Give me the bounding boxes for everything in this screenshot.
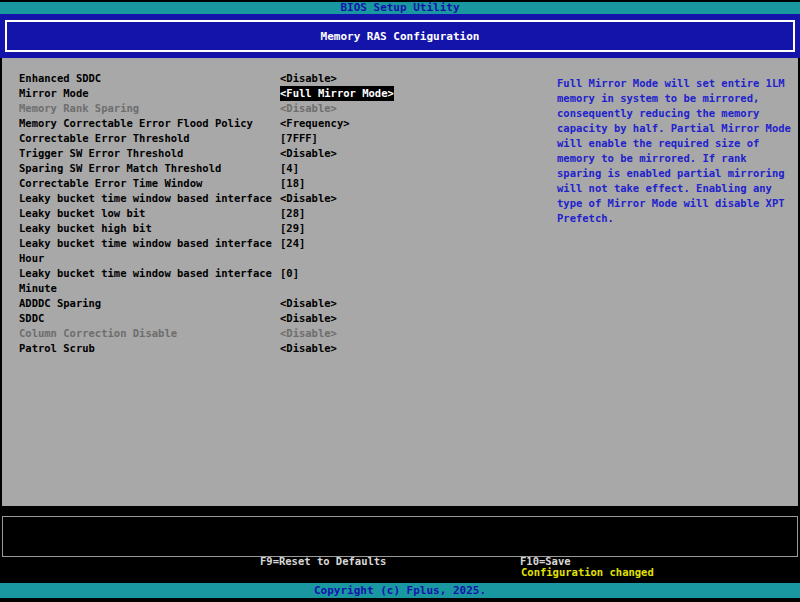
setting-label: Enhanced SDDC (19, 71, 280, 86)
setting-value: <Disable> (280, 71, 337, 86)
header-band: Memory RAS Configuration (0, 14, 800, 58)
setting-value: [29] (280, 221, 305, 236)
setting-value: [28] (280, 206, 305, 221)
setting-label: Correctable Error Threshold (19, 131, 280, 146)
help-line: type of Mirror Mode will disable XPT (557, 196, 800, 211)
help-line: memory in system to be mirrored, (557, 91, 800, 106)
setting-label: Memory Correctable Error Flood Policy (19, 116, 280, 131)
help-line: consequently reducing the memory (557, 106, 800, 121)
setting-label: Leaky bucket high bit (19, 221, 280, 236)
setting-row-mem-ce-flood-policy[interactable]: Memory Correctable Error Flood Policy <F… (19, 116, 394, 131)
help-line: will enable the required size of (557, 136, 800, 151)
setting-value: <Disable> (280, 101, 337, 116)
setting-label: Sparing SW Error Match Threshold (19, 161, 280, 176)
help-line: capacity by half. Partial Mirror Mode (557, 121, 800, 136)
setting-value: [7FFF] (280, 131, 318, 146)
setting-row-leaky-bucket-minute[interactable]: Leaky bucket time window based interface… (19, 266, 394, 296)
setting-value-highlighted: <Full Mirror Mode> (280, 86, 394, 101)
page-title: Memory RAS Configuration (5, 20, 795, 52)
setting-row-enhanced-sddc[interactable]: Enhanced SDDC <Disable> (19, 71, 394, 86)
help-line: sparing is enabled partial mirroring (557, 166, 800, 181)
setting-value: <Disable> (280, 191, 337, 206)
setting-label: Leaky bucket time window based interface (19, 191, 280, 206)
setting-row-trigger-sw-threshold[interactable]: Trigger SW Error Threshold <Disable> (19, 146, 394, 161)
setting-value: [4] (280, 161, 299, 176)
app-title: BIOS Setup Utility (0, 2, 800, 14)
setting-row-leaky-bucket-interface[interactable]: Leaky bucket time window based interface… (19, 191, 394, 206)
setting-row-memory-rank-sparing: Memory Rank Sparing <Disable> (19, 101, 394, 116)
setting-label: Leaky bucket low bit (19, 206, 280, 221)
settings-panel: Enhanced SDDC <Disable> Mirror Mode <Ful… (2, 58, 798, 506)
help-panel: Full Mirror Mode will set entire 1LM mem… (557, 76, 800, 226)
setting-label: Leaky bucket time window based interface… (19, 236, 280, 266)
setting-value: <Disable> (280, 311, 337, 326)
hotkey-reset-defaults: F9=Reset to Defaults (260, 553, 386, 569)
setting-label: Patrol Scrub (19, 341, 280, 356)
settings-list: Enhanced SDDC <Disable> Mirror Mode <Ful… (19, 71, 394, 356)
setting-label: Mirror Mode (19, 86, 280, 101)
setting-row-adddc-sparing[interactable]: ADDDC Sparing <Disable> (19, 296, 394, 311)
setting-row-ce-time-window[interactable]: Correctable Error Time Window [18] (19, 176, 394, 191)
help-line: memory to be mirrored. If rank (557, 151, 800, 166)
setting-value: <Disable> (280, 341, 337, 356)
setting-label: Trigger SW Error Threshold (19, 146, 280, 161)
setting-value: [18] (280, 176, 305, 191)
setting-label: Leaky bucket time window based interface… (19, 266, 280, 296)
setting-row-leaky-bucket-low-bit[interactable]: Leaky bucket low bit [28] (19, 206, 394, 221)
setting-label: Correctable Error Time Window (19, 176, 280, 191)
setting-row-mirror-mode[interactable]: Mirror Mode <Full Mirror Mode> (19, 86, 394, 101)
setting-label: ADDDC Sparing (19, 296, 280, 311)
setting-value: [0] (280, 266, 299, 281)
setting-value: <Frequency> (280, 116, 350, 131)
help-line: Prefetch. (557, 211, 800, 226)
help-line: Full Mirror Mode will set entire 1LM (557, 76, 800, 91)
copyright-bar: Copyright (c) Fplus, 2025. (0, 583, 800, 598)
setting-row-column-correction: Column Correction Disable <Disable> (19, 326, 394, 341)
setting-value: <Disable> (280, 296, 337, 311)
setting-row-leaky-bucket-hour[interactable]: Leaky bucket time window based interface… (19, 236, 394, 266)
setting-row-patrol-scrub[interactable]: Patrol Scrub <Disable> (19, 341, 394, 356)
setting-value: <Disable> (280, 326, 337, 341)
status-message: Configuration changed (521, 566, 654, 579)
setting-label: SDDC (19, 311, 280, 326)
setting-row-sparing-sw-match[interactable]: Sparing SW Error Match Threshold [4] (19, 161, 394, 176)
setting-row-sddc[interactable]: SDDC <Disable> (19, 311, 394, 326)
setting-row-ce-threshold[interactable]: Correctable Error Threshold [7FFF] (19, 131, 394, 146)
hotkey-spacer (9, 553, 116, 569)
setting-value: <Disable> (280, 146, 337, 161)
setting-row-leaky-bucket-high-bit[interactable]: Leaky bucket high bit [29] (19, 221, 394, 236)
setting-label: Column Correction Disable (19, 326, 280, 341)
help-line: will not take effect. Enabling any (557, 181, 800, 196)
setting-value: [24] (280, 236, 305, 251)
hotkey-legend: ↑↓=Move Highlight F9=Reset to Defaults <… (2, 516, 798, 557)
bios-screen: BIOS Setup Utility Memory RAS Configurat… (0, 0, 800, 602)
setting-label: Memory Rank Sparing (19, 101, 280, 116)
